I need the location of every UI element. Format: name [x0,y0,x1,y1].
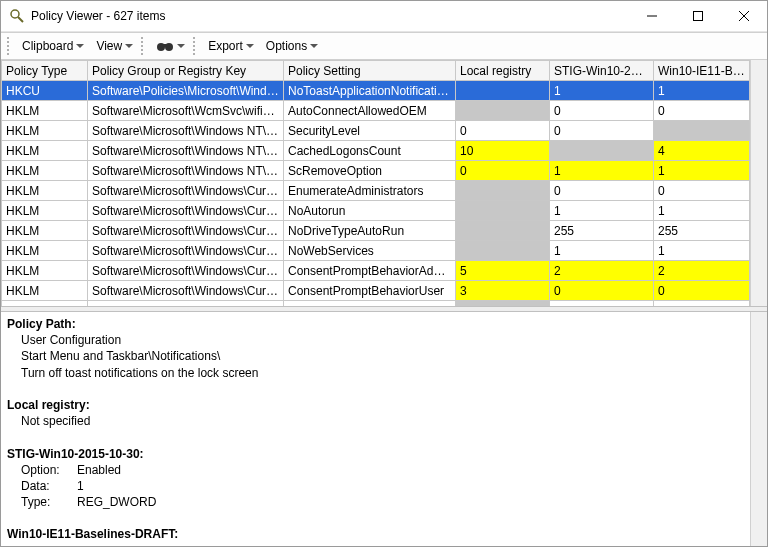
table-cell: NoWebServices [284,241,456,261]
options-label: Options [266,39,307,53]
toolbar: Clipboard View Export Options [1,32,767,60]
table-cell: 0 [654,181,750,201]
policy-path-label: Policy Path: [7,317,76,331]
table-cell: 5 [456,261,550,281]
column-header[interactable]: Policy Group or Registry Key [88,61,284,81]
table-row[interactable]: HKLMSoftware\Microsoft\WcmSvc\wifinet...… [2,101,750,121]
table-cell: 0 [550,121,654,141]
table-cell [456,81,550,101]
table-cell: HKLM [2,181,88,201]
table-cell: Software\Microsoft\Windows\Curren... [88,281,284,301]
export-label: Export [208,39,243,53]
table-cell: 10 [456,141,550,161]
table-cell [456,101,550,121]
table-cell: 1 [550,241,654,261]
ie11-option-value: Enabled [77,544,121,546]
table-cell: NoToastApplicationNotification... [284,81,456,101]
table-cell: HKLM [2,261,88,281]
table-cell [654,121,750,141]
table-cell: 1 [654,81,750,101]
local-registry-value: Not specified [21,413,761,429]
stig-option-value: Enabled [77,463,121,477]
view-label: View [96,39,122,53]
chevron-down-icon [76,44,84,48]
table-cell: ConsentPromptBehaviorUser [284,281,456,301]
table-cell: Software\Microsoft\Windows\Curren... [88,221,284,241]
ie11-label: Win10-IE11-Baselines-DRAFT: [7,527,178,541]
table-row[interactable]: HKLMSoftware\Microsoft\Windows\Curren...… [2,221,750,241]
table-cell: Software\Microsoft\WcmSvc\wifinet... [88,101,284,121]
table-cell: HKLM [2,221,88,241]
stig-label: STIG-Win10-2015-10-30: [7,447,144,461]
application-window: Policy Viewer - 627 items Clipboard View… [0,0,768,547]
table-cell: HKCU [2,81,88,101]
table-cell: 0 [550,181,654,201]
maximize-button[interactable] [675,1,721,31]
table-cell: SecurityLevel [284,121,456,141]
table-row[interactable]: HKLMSoftware\Microsoft\Windows\Curren...… [2,181,750,201]
stig-data-value: 1 [77,479,84,493]
table-row[interactable]: HKLMSoftware\Microsoft\Windows NT\Cu...S… [2,161,750,181]
table-cell: HKLM [2,161,88,181]
clipboard-menu[interactable]: Clipboard [18,37,88,55]
table-cell: Software\Microsoft\Windows NT\Cu... [88,141,284,161]
table-cell [456,241,550,261]
table-cell [456,221,550,241]
table-cell: Software\Microsoft\Windows\Curren... [88,201,284,221]
policy-grid-wrap: Policy TypePolicy Group or Registry KeyP… [1,60,767,306]
column-header[interactable]: Policy Setting [284,61,456,81]
table-row[interactable]: HKLMSoftware\Microsoft\Windows\Curren...… [2,281,750,301]
vertical-scrollbar[interactable] [750,60,767,306]
close-button[interactable] [721,1,767,31]
table-row[interactable]: HKLMSoftware\Microsoft\Windows NT\Cu...S… [2,121,750,141]
table-cell: 4 [654,141,750,161]
table-cell: 1 [654,161,750,181]
table-cell: HKLM [2,281,88,301]
column-header[interactable]: Local registry [456,61,550,81]
svg-line-1 [18,17,23,22]
export-menu[interactable]: Export [204,37,258,55]
options-menu[interactable]: Options [262,37,322,55]
table-cell: HKLM [2,141,88,161]
table-cell: Software\Microsoft\Windows\Curren... [88,181,284,201]
svg-point-0 [11,10,19,18]
toolbar-grip[interactable] [7,37,14,55]
table-cell: 0 [456,161,550,181]
table-row[interactable]: HKLMSoftware\Microsoft\Windows\Curren...… [2,201,750,221]
table-cell: 255 [654,221,750,241]
policy-grid[interactable]: Policy TypePolicy Group or Registry KeyP… [1,60,750,306]
table-row[interactable]: HKLMSoftware\Microsoft\Windows NT\Cu...C… [2,141,750,161]
stig-type-key: Type: [21,494,77,510]
column-header[interactable]: STIG-Win10-2015- [550,61,654,81]
toolbar-grip[interactable] [141,37,148,55]
table-cell: EnumerateAdministrators [284,181,456,201]
policy-path-line3: Turn off toast notifications on the lock… [21,365,761,381]
table-cell: HKLM [2,241,88,261]
table-row[interactable]: HKLMSoftware\Microsoft\Windows\Curren...… [2,261,750,281]
column-header[interactable]: Policy Type [2,61,88,81]
stig-data-key: Data: [21,478,77,494]
toolbar-grip[interactable] [193,37,200,55]
table-cell: 0 [654,101,750,121]
table-cell: 1 [550,201,654,221]
table-cell: 255 [550,221,654,241]
minimize-button[interactable] [629,1,675,31]
column-header[interactable]: Win10-IE11-Baselin [654,61,750,81]
table-cell: 1 [550,81,654,101]
table-cell: Software\Microsoft\Windows\Curren... [88,261,284,281]
policy-path-line1: User Configuration [21,332,761,348]
table-cell: ConsentPromptBehaviorAdmin [284,261,456,281]
table-cell: 0 [550,101,654,121]
table-cell: 1 [654,241,750,261]
local-registry-label: Local registry: [7,398,90,412]
binoculars-button[interactable] [152,36,189,57]
title-bar[interactable]: Policy Viewer - 627 items [1,1,767,32]
table-row[interactable]: HKCUSoftware\Policies\Microsoft\Window..… [2,81,750,101]
vertical-scrollbar[interactable] [750,312,767,546]
view-menu[interactable]: View [92,37,137,55]
table-row[interactable]: HKLMSoftware\Microsoft\Windows\Curren...… [2,241,750,261]
table-cell: NoAutorun [284,201,456,221]
ie11-option-key: Option: [21,543,77,546]
table-cell: 0 [550,281,654,301]
table-cell: HKLM [2,121,88,141]
